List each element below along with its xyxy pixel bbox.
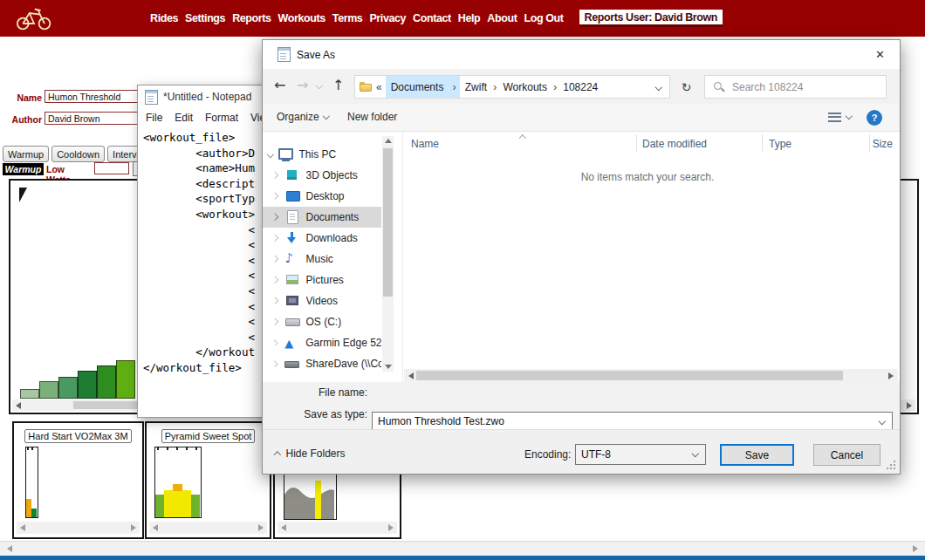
reports-user-badge[interactable]: Reports User: David Brown	[579, 10, 723, 27]
sidebar-item-3d-objects[interactable]: 3D Objects	[263, 165, 381, 186]
chevron-collapsed-icon[interactable]	[271, 235, 278, 242]
nav-settings[interactable]: Settings	[185, 12, 225, 24]
breadcrumb-separator[interactable]: ›	[449, 76, 459, 98]
low-watts-input[interactable]	[94, 162, 129, 174]
page-h-scrollbar[interactable]	[0, 541, 925, 557]
sidebar-item-garmin-edge-520[interactable]: ▲ Garmin Edge 520	[263, 332, 381, 353]
workout-card-pyramid-sweet-spot[interactable]: Pyramid Sweet Spot	[145, 421, 271, 539]
chevron-collapsed-icon[interactable]	[271, 172, 278, 179]
scroll-left-icon[interactable]	[153, 524, 158, 531]
sidebar-item-videos[interactable]: Videos	[263, 290, 381, 311]
nav-rides[interactable]: Rides	[150, 12, 178, 24]
chevron-down-icon[interactable]	[691, 450, 698, 457]
breadcrumb-zwift[interactable]: Zwift	[460, 76, 492, 98]
nav-help[interactable]: Help	[458, 12, 481, 24]
ramp-bar[interactable]	[97, 365, 116, 399]
resize-grip[interactable]	[894, 468, 895, 469]
breadcrumb-documents[interactable]: Documents	[386, 76, 449, 98]
file-name-input[interactable]: Humon Threshold Test.zwo	[372, 412, 893, 431]
card-h-scrollbar[interactable]	[149, 522, 267, 534]
organize-button[interactable]: Organize	[277, 111, 328, 123]
chevron-collapsed-icon[interactable]	[271, 277, 278, 283]
workout-card-hard-start-vo2max[interactable]: Hard Start VO2Max 3M	[12, 421, 144, 539]
scroll-left-icon[interactable]	[16, 402, 21, 409]
chevron-collapsed-icon[interactable]	[271, 339, 278, 346]
list-h-scrollbar[interactable]	[404, 369, 898, 382]
nav-about[interactable]: About	[487, 12, 517, 24]
scroll-right-icon[interactable]	[907, 402, 912, 409]
ramp-bar[interactable]	[20, 389, 39, 399]
column-divider[interactable]	[636, 134, 637, 152]
nav-logout[interactable]: Log Out	[524, 12, 563, 24]
breadcrumb[interactable]: « Documents › Zwift › Workouts › 108224	[354, 75, 670, 99]
save-as-dialog[interactable]: Save As ✕ ← → ↑ « Documents › Zwift › Wo…	[262, 39, 901, 475]
column-date-modified[interactable]: Date modified	[642, 138, 707, 150]
nav-terms[interactable]: Terms	[332, 12, 363, 24]
column-divider[interactable]	[762, 134, 763, 152]
breadcrumb-dropdown-icon[interactable]	[654, 84, 661, 91]
scroll-right-icon[interactable]	[131, 524, 136, 531]
column-size[interactable]: Size	[839, 138, 893, 150]
chevron-collapsed-icon[interactable]	[271, 256, 278, 263]
ramp-bar[interactable]	[58, 377, 78, 399]
cancel-button[interactable]: Cancel	[813, 444, 880, 466]
up-icon[interactable]: ↑	[332, 79, 344, 92]
encoding-select[interactable]: UTF-8	[575, 444, 706, 465]
scroll-right-icon[interactable]	[388, 524, 394, 531]
chevron-collapsed-icon[interactable]	[271, 318, 278, 325]
chevron-collapsed-icon[interactable]	[271, 360, 278, 367]
warmup-button[interactable]: Warmup	[3, 146, 49, 162]
card-h-scrollbar[interactable]	[17, 522, 140, 534]
scroll-up-icon[interactable]	[385, 139, 392, 143]
scroll-left-icon[interactable]	[7, 545, 12, 552]
scroll-down-icon[interactable]	[385, 365, 392, 369]
back-icon[interactable]: ←	[274, 79, 285, 92]
search-input[interactable]: Search 108224	[704, 75, 887, 99]
change-view-button[interactable]	[828, 113, 852, 122]
chevron-collapsed-icon[interactable]	[271, 297, 278, 304]
scroll-thumb[interactable]	[416, 371, 843, 380]
save-button[interactable]: Save	[720, 444, 794, 466]
scroll-thumb[interactable]	[383, 148, 393, 297]
scroll-left-icon[interactable]	[20, 524, 25, 531]
sidebar-item-pictures[interactable]: Pictures	[263, 270, 381, 290]
sidebar-item-os-c[interactable]: OS (C:)	[263, 311, 381, 332]
dialog-titlebar[interactable]: Save As ✕	[263, 40, 900, 69]
card-h-scrollbar[interactable]	[278, 522, 397, 534]
scroll-right-icon[interactable]	[258, 524, 264, 531]
chevron-down-icon[interactable]	[878, 418, 885, 425]
ramp-bar[interactable]	[78, 371, 97, 399]
menu-format[interactable]: Format	[199, 112, 244, 124]
column-divider[interactable]	[869, 134, 870, 152]
ramp-bar[interactable]	[39, 381, 58, 399]
card-title-button[interactable]: Pyramid Sweet Spot	[161, 429, 256, 443]
bicycle-logo-icon[interactable]	[14, 5, 54, 31]
chevron-collapsed-icon[interactable]	[271, 193, 278, 200]
sidebar-item-music[interactable]: ♪ Music	[263, 249, 381, 270]
scroll-left-icon[interactable]	[281, 524, 286, 531]
nav-contact[interactable]: Contact	[413, 12, 451, 24]
menu-file[interactable]: File	[140, 112, 168, 124]
nav-reports[interactable]: Reports	[232, 12, 271, 24]
column-type[interactable]: Type	[769, 138, 791, 150]
menu-edit[interactable]: Edit	[168, 112, 199, 124]
sidebar-item-sharedave-network[interactable]: ShareDave (\\Co	[263, 353, 381, 374]
nav-workouts[interactable]: Workouts	[278, 12, 325, 24]
author-input[interactable]: David Brown	[45, 112, 142, 125]
scroll-left-icon[interactable]	[408, 372, 414, 379]
sidebar-item-this-pc[interactable]: This PC	[263, 144, 381, 165]
chevron-collapsed-icon[interactable]	[271, 214, 278, 221]
cooldown-button[interactable]: Cooldown	[51, 146, 105, 162]
scroll-right-icon[interactable]	[913, 545, 918, 552]
nav-privacy[interactable]: Privacy	[369, 12, 406, 24]
ramp-bar[interactable]	[116, 360, 135, 399]
help-icon[interactable]: ?	[867, 110, 882, 126]
column-name[interactable]: Name	[411, 138, 439, 150]
chevron-expanded-icon[interactable]	[267, 151, 274, 158]
refresh-icon[interactable]: ↻	[675, 75, 698, 99]
name-input[interactable]: Humon Threshold	[45, 90, 146, 103]
scroll-right-icon[interactable]	[888, 372, 894, 379]
card-title-button[interactable]: Hard Start VO2Max 3M	[24, 429, 131, 443]
breadcrumb-workouts[interactable]: Workouts	[497, 76, 552, 98]
new-folder-button[interactable]: New folder	[347, 111, 397, 123]
